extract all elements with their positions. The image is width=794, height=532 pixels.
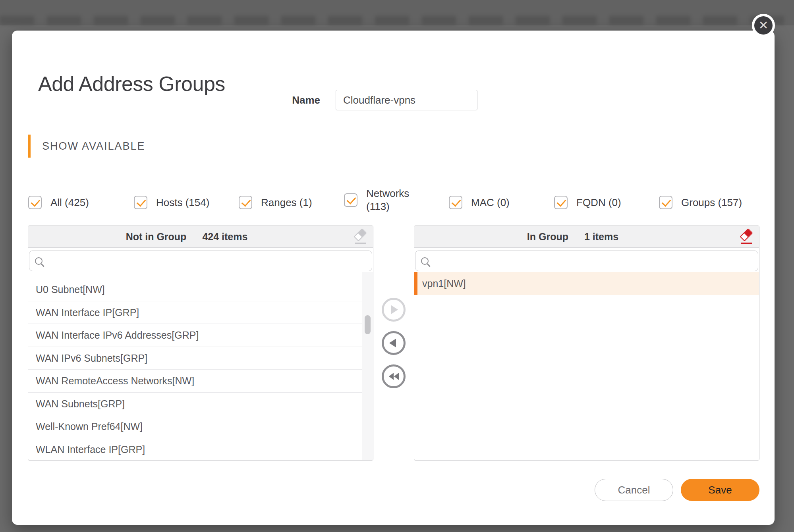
double-arrow-left-icon <box>389 373 394 380</box>
filter-checkbox-item[interactable]: All (425) <box>28 196 89 209</box>
filter-checkbox-item[interactable]: MAC (0) <box>449 196 510 209</box>
in-group-header: In Group 1 items <box>414 226 759 248</box>
checkbox-checked-icon[interactable] <box>239 196 252 209</box>
checkbox-checked-icon[interactable] <box>134 196 147 209</box>
type-filter-row: All (425) Hosts (154) Ranges (1) Network… <box>12 196 775 212</box>
list-item[interactable]: U0 Subnet[NW] <box>28 278 362 301</box>
arrow-left-icon <box>389 339 396 347</box>
panel-item-count: 424 items <box>202 231 247 243</box>
list-row-partial <box>28 272 362 278</box>
panel-item-count: 1 items <box>584 231 618 243</box>
name-input[interactable] <box>336 90 477 110</box>
filter-checkbox-item[interactable]: Groups (157) <box>659 196 742 209</box>
eraser-icon <box>354 228 367 241</box>
in-group-panel: In Group 1 items vpn1[NW] <box>414 226 759 461</box>
list-item[interactable]: WAN Interface IPv6 Addresses[GRP] <box>28 324 362 347</box>
not-in-group-header: Not in Group 424 items <box>28 226 373 248</box>
filter-checkbox-item[interactable]: Ranges (1) <box>239 196 312 209</box>
selected-list-item[interactable]: vpn1[NW] <box>414 272 759 295</box>
scrollbar-thumb[interactable] <box>365 315 371 334</box>
filter-label: All (425) <box>50 196 89 209</box>
list-item[interactable]: WAN Interface IP[GRP] <box>28 301 362 324</box>
filter-label: Hosts (154) <box>156 196 209 209</box>
eraser-icon-underline <box>741 243 752 244</box>
move-left-button[interactable] <box>382 331 406 355</box>
in-group-search <box>415 251 758 271</box>
filter-checkbox-item[interactable]: Networks(113) <box>344 187 409 213</box>
dimmed-page-tabs <box>0 16 794 25</box>
filter-checkbox-item[interactable]: FQDN (0) <box>554 196 621 209</box>
filter-checkbox-item[interactable]: Hosts (154) <box>134 196 209 209</box>
show-available-section: SHOW AVAILABLE <box>28 135 145 158</box>
list-item[interactable]: WAN IPv6 Subnets[GRP] <box>28 347 362 370</box>
panel-title: Not in Group <box>126 231 187 243</box>
list-item[interactable]: Well-Known Pref64[NW] <box>28 415 362 438</box>
filter-label: Ranges (1) <box>261 196 312 209</box>
add-address-groups-dialog: Add Address Groups Name SHOW AVAILABLE A… <box>12 31 775 525</box>
transfer-button-column <box>373 226 414 461</box>
save-button[interactable]: Save <box>681 479 759 501</box>
filter-label: MAC (0) <box>471 196 510 209</box>
search-input[interactable] <box>47 255 366 267</box>
eraser-icon <box>740 228 753 241</box>
not-in-group-search <box>29 251 372 271</box>
search-icon <box>35 257 43 265</box>
move-all-left-button[interactable] <box>382 364 406 388</box>
eraser-icon-underline <box>355 243 366 244</box>
panel-title: In Group <box>527 231 568 243</box>
arrow-right-icon <box>391 305 398 314</box>
close-button[interactable]: ✕ <box>752 14 775 37</box>
checkbox-checked-icon[interactable] <box>449 196 462 209</box>
scrollbar-track[interactable] <box>362 272 373 460</box>
name-label: Name <box>250 90 320 110</box>
filter-label: Networks(113) <box>366 187 409 213</box>
clear-selection-button[interactable] <box>353 229 368 245</box>
screen: { "colors":{ "accent":"#F7941E", "select… <box>0 0 794 532</box>
list-item[interactable]: WLAN Interface IP[GRP] <box>28 438 362 461</box>
not-in-group-panel: Not in Group 424 items U0 Subnet[NW]WAN … <box>28 226 373 461</box>
search-icon <box>421 257 429 265</box>
cancel-button[interactable]: Cancel <box>595 479 673 501</box>
checkbox-checked-icon[interactable] <box>28 196 42 209</box>
section-accent-bar <box>28 135 31 158</box>
search-box <box>29 251 372 271</box>
checkbox-checked-icon[interactable] <box>659 196 672 209</box>
checkbox-checked-icon[interactable] <box>554 196 568 209</box>
list-item[interactable]: WAN Subnets[GRP] <box>28 393 362 416</box>
search-input[interactable] <box>433 255 752 267</box>
filter-label: FQDN (0) <box>576 196 621 209</box>
close-icon: ✕ <box>758 19 768 31</box>
search-box <box>415 251 758 271</box>
move-right-button[interactable] <box>382 298 406 322</box>
list-item[interactable]: WAN RemoteAccess Networks[NW] <box>28 370 362 393</box>
filter-label: Groups (157) <box>681 196 742 209</box>
not-in-group-list: U0 Subnet[NW]WAN Interface IP[GRP]WAN In… <box>28 272 362 460</box>
checkbox-checked-icon[interactable] <box>344 193 357 207</box>
double-arrow-left-icon-2 <box>394 373 399 380</box>
remove-all-button[interactable] <box>739 229 754 245</box>
dialog-title: Add Address Groups <box>38 72 225 96</box>
section-label: SHOW AVAILABLE <box>42 140 145 152</box>
in-group-list: vpn1[NW] <box>414 272 759 460</box>
